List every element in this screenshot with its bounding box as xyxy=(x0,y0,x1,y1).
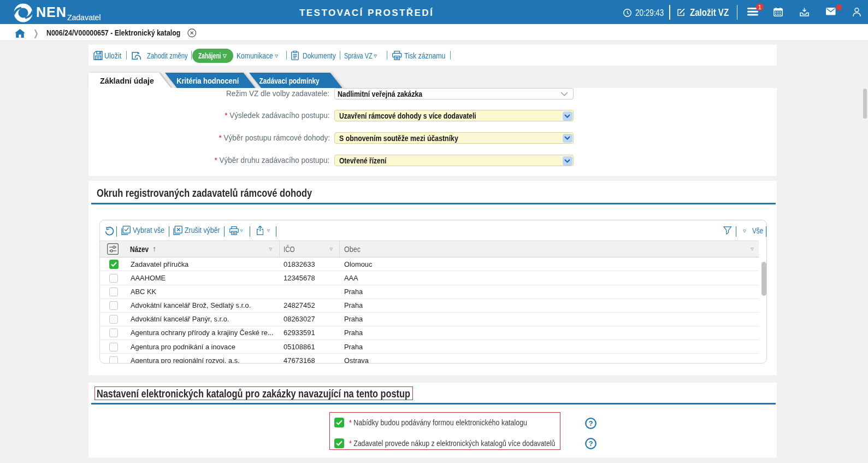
svg-text:?: ? xyxy=(588,439,593,448)
svg-text:?: ? xyxy=(588,419,593,427)
